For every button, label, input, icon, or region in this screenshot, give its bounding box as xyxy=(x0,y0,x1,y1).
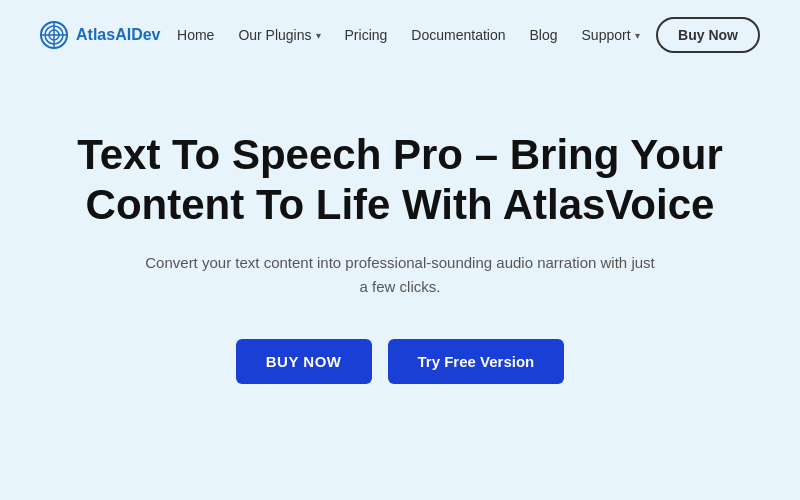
hero-buttons: BUY NOW Try Free Version xyxy=(236,339,564,384)
logo[interactable]: AtlasAIDev xyxy=(40,21,160,49)
header-buy-now-button[interactable]: Buy Now xyxy=(656,17,760,53)
logo-icon xyxy=(40,21,68,49)
nav-our-plugins[interactable]: Our Plugins ▾ xyxy=(238,27,320,43)
chevron-down-icon: ▾ xyxy=(316,30,321,41)
main-nav: Home Our Plugins ▾ Pricing Documentation… xyxy=(177,27,640,43)
hero-free-version-button[interactable]: Try Free Version xyxy=(388,339,565,384)
nav-support[interactable]: Support ▾ xyxy=(582,27,640,43)
hero-title: Text To Speech Pro – Bring Your Content … xyxy=(60,130,740,231)
chevron-down-icon: ▾ xyxy=(635,30,640,41)
nav-documentation[interactable]: Documentation xyxy=(411,27,505,43)
hero-buy-now-button[interactable]: BUY NOW xyxy=(236,339,372,384)
logo-text: AtlasAIDev xyxy=(76,26,160,44)
hero-subtitle: Convert your text content into professio… xyxy=(140,251,660,299)
hero-section: Text To Speech Pro – Bring Your Content … xyxy=(0,70,800,424)
nav-pricing[interactable]: Pricing xyxy=(345,27,388,43)
nav-home[interactable]: Home xyxy=(177,27,214,43)
nav-blog[interactable]: Blog xyxy=(530,27,558,43)
header: AtlasAIDev Home Our Plugins ▾ Pricing Do… xyxy=(0,0,800,70)
